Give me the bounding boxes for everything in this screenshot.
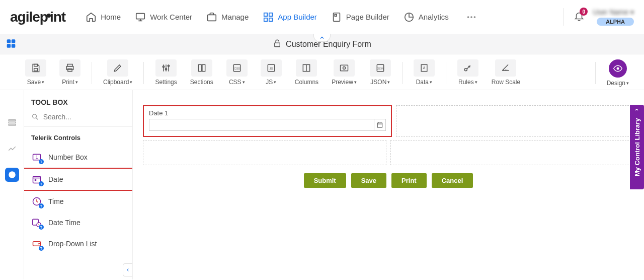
svg-rect-14: [7, 44, 11, 48]
canvas-cell-empty-1[interactable]: [396, 105, 634, 137]
control-library-tab[interactable]: My Control Library ‹: [630, 105, 644, 189]
tool-data[interactable]: A Data▾: [409, 59, 440, 86]
chevron-down-icon: ▾: [630, 8, 634, 16]
svg-rect-21: [68, 69, 72, 72]
canvas-cell-empty-3[interactable]: [390, 140, 634, 165]
tool-preview[interactable]: Preview▾: [327, 59, 362, 86]
control-date[interactable]: T Date: [24, 168, 133, 191]
main-area: T TOOL BOX Telerik Controls 1 T Number B…: [0, 90, 644, 279]
tool-rules[interactable]: Rules▾: [452, 59, 484, 86]
notification-count: 0: [580, 8, 588, 16]
tool-design[interactable]: Design▾: [602, 59, 634, 87]
rail-item-2[interactable]: [5, 142, 19, 156]
user-menu[interactable]: User Name ▾ ALPHA: [593, 8, 634, 26]
save-button[interactable]: Save: [351, 173, 386, 188]
more-horizontal-icon: [466, 12, 477, 23]
nav-manage[interactable]: Manage: [206, 12, 249, 23]
grid-filled-icon: [6, 38, 16, 48]
svg-text:JSON: JSON: [377, 67, 384, 70]
tool-sections[interactable]: Sections: [185, 59, 218, 86]
tool-css[interactable]: CSS CSS▾: [221, 59, 253, 86]
nav-home[interactable]: Home: [86, 12, 121, 23]
search-input[interactable]: [43, 113, 125, 121]
numberbox-icon: 1 T: [31, 152, 42, 163]
tool-print[interactable]: Print▾: [54, 59, 86, 86]
svg-point-10: [470, 16, 472, 18]
nav-workcenter-label: Work Center: [150, 13, 192, 21]
svg-rect-33: [340, 65, 348, 71]
rules-icon: [463, 63, 473, 73]
control-dropdown[interactable]: T Drop-Down List: [24, 233, 132, 254]
control-datetime[interactable]: T Date Time: [24, 212, 132, 233]
svg-rect-17: [34, 64, 38, 66]
control-numberbox-label: Number Box: [48, 153, 88, 161]
rail-item-1[interactable]: [5, 115, 19, 129]
svg-point-34: [343, 67, 345, 69]
canvas-cell-date[interactable]: Date 1: [143, 105, 392, 137]
list-icon: [8, 118, 17, 127]
tool-columns[interactable]: Columns: [290, 59, 324, 86]
date-picker-button[interactable]: [374, 119, 386, 131]
form-title-text: Customer Enquiry Form: [286, 40, 371, 49]
print-button[interactable]: Print: [391, 173, 427, 188]
js-icon: JS: [266, 63, 276, 73]
nav-manage-label: Manage: [221, 13, 249, 21]
rail-item-3[interactable]: T: [5, 168, 19, 182]
date-input[interactable]: [149, 119, 374, 131]
briefcase-icon: [206, 12, 217, 23]
tool-clipboard[interactable]: Clipboard▾: [98, 59, 137, 86]
svg-rect-7: [335, 14, 337, 16]
date-icon: T: [31, 174, 42, 185]
grid-view-button[interactable]: [6, 38, 16, 50]
nav-workcenter[interactable]: Work Center: [135, 12, 192, 23]
top-nav: agilepint Home Work Center Manage App Bu…: [0, 0, 644, 34]
home-icon: [86, 12, 97, 23]
grid-icon: [263, 12, 274, 23]
control-date-label: Date: [48, 175, 63, 183]
nav-analytics[interactable]: Analytics: [404, 12, 449, 23]
unlock-icon: [273, 39, 286, 50]
tool-json[interactable]: JSON JSON▾: [365, 59, 396, 86]
svg-rect-18: [34, 68, 38, 71]
svg-rect-42: [9, 122, 16, 123]
svg-rect-15: [12, 44, 16, 48]
nav-more[interactable]: [463, 12, 480, 23]
nav-pagebuilder[interactable]: Page Builder: [331, 12, 389, 23]
tool-rowscale[interactable]: Row Scale: [487, 59, 525, 86]
tool-js[interactable]: JS JS▾: [256, 59, 287, 86]
json-icon: JSON: [375, 63, 385, 73]
svg-rect-43: [9, 124, 16, 125]
submit-button[interactable]: Submit: [304, 173, 346, 188]
collapse-handle[interactable]: [313, 34, 331, 42]
search-icon: [31, 112, 39, 121]
notifications-bell[interactable]: 0: [574, 11, 585, 23]
field-label: Date 1: [149, 109, 386, 117]
canvas-row-1: Date 1: [143, 105, 634, 137]
nav-right: 0 User Name ▾ ALPHA: [563, 8, 634, 26]
svg-rect-4: [264, 18, 267, 21]
control-time[interactable]: T Time: [24, 191, 132, 212]
svg-rect-0: [136, 13, 145, 19]
page-icon: [331, 12, 342, 23]
time-icon: T: [31, 196, 42, 207]
control-numberbox[interactable]: 1 T Number Box: [24, 147, 132, 168]
form-buttons: Submit Save Print Cancel: [143, 173, 634, 188]
cancel-button[interactable]: Cancel: [432, 173, 473, 188]
chevron-left-icon: [125, 267, 130, 272]
control-datetime-label: Date Time: [48, 219, 80, 227]
nav-analytics-label: Analytics: [419, 13, 449, 21]
nav-home-label: Home: [101, 13, 121, 21]
tool-settings[interactable]: Settings: [150, 59, 182, 86]
canvas-cell-empty-2[interactable]: [143, 140, 386, 165]
tool-save[interactable]: Save▾: [20, 59, 51, 86]
svg-text:A: A: [423, 66, 426, 69]
svg-rect-57: [377, 123, 382, 127]
svg-point-9: [467, 16, 469, 18]
nav-appbuilder[interactable]: App Builder: [263, 12, 317, 23]
svg-text:CSS: CSS: [234, 67, 240, 70]
svg-rect-1: [208, 15, 216, 21]
svg-text:JS: JS: [269, 67, 273, 70]
toolbox-collapse-button[interactable]: [123, 263, 133, 276]
save-icon: [31, 63, 41, 73]
toolbar: Save▾ Print▾ Clipboard▾ Settings Section…: [0, 54, 644, 90]
